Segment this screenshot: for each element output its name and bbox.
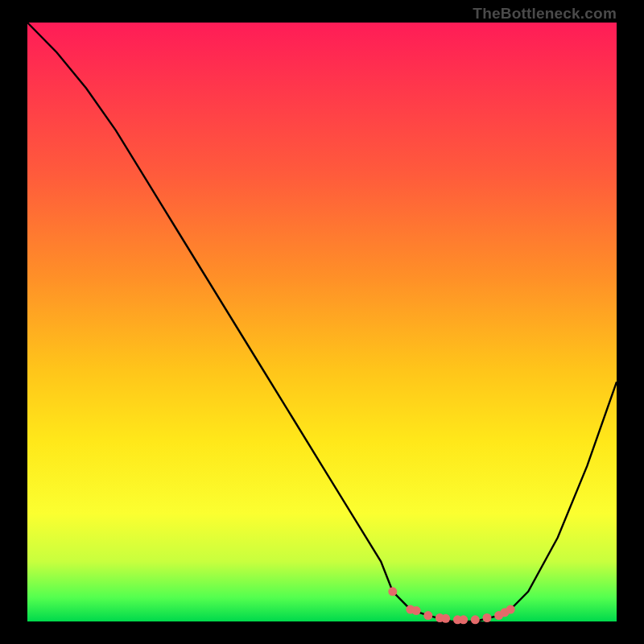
highlight-dot (423, 611, 432, 620)
highlight-dot (388, 587, 397, 596)
bottleneck-curve (27, 23, 617, 621)
chart-frame: TheBottleneck.com (0, 0, 644, 644)
highlight-dot (459, 615, 468, 624)
highlight-dot (471, 615, 480, 624)
highlight-dot (483, 613, 492, 622)
highlight-dot (412, 606, 421, 615)
highlight-dot (506, 605, 515, 614)
curve-layer (27, 23, 617, 621)
highlight-dot (441, 614, 450, 623)
watermark-text: TheBottleneck.com (473, 5, 617, 23)
